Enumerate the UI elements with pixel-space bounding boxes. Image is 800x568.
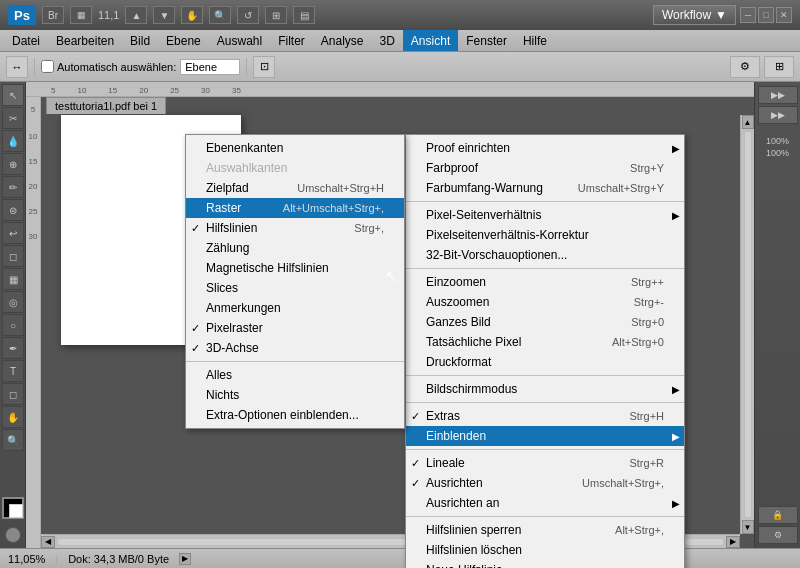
bridge-icon[interactable]: Br (42, 6, 64, 24)
sep1 (34, 58, 35, 76)
eyedrop-tool[interactable]: 💧 (2, 130, 24, 152)
right-panel: ▶▶ ▶▶ 100% 100% 🔒 ⚙ (754, 82, 800, 548)
canvas-document (61, 115, 241, 345)
auto-select-checkbox-group: Automatisch auswählen: (41, 60, 176, 73)
mask-button[interactable] (2, 524, 24, 546)
menu-fenster[interactable]: Fenster (458, 30, 515, 51)
title-bar-left: Ps Br ▦ 11,1 ▲ ▼ ✋ 🔍 ↺ ⊞ ▤ (8, 5, 315, 25)
transform-controls[interactable]: ⊡ (253, 56, 275, 78)
blur-tool[interactable]: ◎ (2, 291, 24, 313)
scrollbar-h[interactable]: ◀ ▶ (41, 534, 740, 548)
options-toolbar: ↔ Automatisch auswählen: Ebene ⊡ ⚙ ⊞ (0, 52, 800, 82)
restore-button[interactable]: □ (758, 7, 774, 23)
ruler-horizontal: 5 10 15 20 25 30 35 (26, 82, 754, 97)
clone-tool[interactable]: ⊜ (2, 199, 24, 221)
grid-view[interactable]: ⊞ (265, 6, 287, 24)
panel-btn-3[interactable]: 🔒 (758, 506, 798, 524)
menu-filter[interactable]: Filter (270, 30, 313, 51)
window-controls: ─ □ ✕ (740, 7, 792, 23)
title-bar-right: Workflow ▼ ─ □ ✕ (653, 5, 792, 25)
scrollbar-v[interactable]: ▲ ▼ (740, 115, 754, 534)
selection-tool[interactable]: ↖ (2, 84, 24, 106)
menu-analyse[interactable]: Analyse (313, 30, 372, 51)
eraser-tool[interactable]: ◻ (2, 245, 24, 267)
rotate-tool[interactable]: ↺ (237, 6, 259, 24)
auto-select-label: Automatisch auswählen: (57, 61, 176, 73)
title-bar: Ps Br ▦ 11,1 ▲ ▼ ✋ 🔍 ↺ ⊞ ▤ Workflow ▼ ─ … (0, 0, 800, 30)
up-icon[interactable]: ▲ (125, 6, 147, 24)
heal-tool[interactable]: ⊕ (2, 153, 24, 175)
tool-num: 11,1 (98, 9, 119, 21)
menu-datei[interactable]: Datei (4, 30, 48, 51)
view-options[interactable]: ▤ (293, 6, 315, 24)
menu-bearbeiten[interactable]: Bearbeiten (48, 30, 122, 51)
mini-bridge-icon[interactable]: ▦ (70, 6, 92, 24)
move-tool-options[interactable]: ↔ (6, 56, 28, 78)
pen-tool[interactable]: ✒ (2, 337, 24, 359)
foreground-color[interactable] (2, 497, 24, 519)
down-icon[interactable]: ▼ (153, 6, 175, 24)
zoom-100-label: 100% (766, 136, 789, 146)
menu-ebene[interactable]: Ebene (158, 30, 209, 51)
status-bar: 11,05% | Dok: 34,3 MB/0 Byte ▶ (0, 548, 800, 568)
auto-select-checkbox[interactable] (41, 60, 54, 73)
ruler-vertical: 5 10 15 20 25 30 (26, 97, 41, 548)
panel-btn-2[interactable]: ▶▶ (758, 106, 798, 124)
auto-select-dropdown[interactable]: Ebene (180, 59, 240, 75)
close-button[interactable]: ✕ (776, 7, 792, 23)
zoom-tool[interactable]: 🔍 (209, 6, 231, 24)
panel-icons-1[interactable]: ⚙ (730, 56, 760, 78)
zoom-level: 11,05% (8, 553, 45, 565)
zoom-100-label2: 100% (766, 148, 789, 158)
panel-icons-2[interactable]: ⊞ (764, 56, 794, 78)
dodge-tool[interactable]: ○ (2, 314, 24, 336)
status-separator: | (55, 553, 58, 565)
crop-tool[interactable]: ✂ (2, 107, 24, 129)
doc-size: Dok: 34,3 MB/0 Byte (68, 553, 169, 565)
zoom-tool-box[interactable]: 🔍 (2, 429, 24, 451)
menu-bar: Datei Bearbeiten Bild Ebene Auswahl Filt… (0, 30, 800, 52)
minimize-button[interactable]: ─ (740, 7, 756, 23)
text-tool[interactable]: T (2, 360, 24, 382)
menu-hilfe[interactable]: Hilfe (515, 30, 555, 51)
history-tool[interactable]: ↩ (2, 222, 24, 244)
status-arrow[interactable]: ▶ (179, 553, 191, 565)
ps-logo: Ps (8, 5, 36, 25)
menu-auswahl[interactable]: Auswahl (209, 30, 270, 51)
canvas-area: testtutoria1l.pdf bei 1 ◀ ▶ ▲ ▼ (41, 97, 754, 548)
hand-tool[interactable]: ✋ (181, 6, 203, 24)
menu-3d[interactable]: 3D (372, 30, 403, 51)
shape-tool[interactable]: ◻ (2, 383, 24, 405)
panel-btn-1[interactable]: ▶▶ (758, 86, 798, 104)
hand-tool-box[interactable]: ✋ (2, 406, 24, 428)
menu-ansicht[interactable]: Ansicht (403, 30, 458, 51)
toolbox: ↖ ✂ 💧 ⊕ ✏ ⊜ ↩ ◻ ▦ ◎ ○ ✒ T ◻ ✋ 🔍 (0, 82, 26, 548)
sep2 (246, 58, 247, 76)
brush-tool[interactable]: ✏ (2, 176, 24, 198)
panel-btn-4[interactable]: ⚙ (758, 526, 798, 544)
workflow-button[interactable]: Workflow ▼ (653, 5, 736, 25)
gradient-tool[interactable]: ▦ (2, 268, 24, 290)
document-tab[interactable]: testtutoria1l.pdf bei 1 (46, 97, 166, 114)
menu-bild[interactable]: Bild (122, 30, 158, 51)
